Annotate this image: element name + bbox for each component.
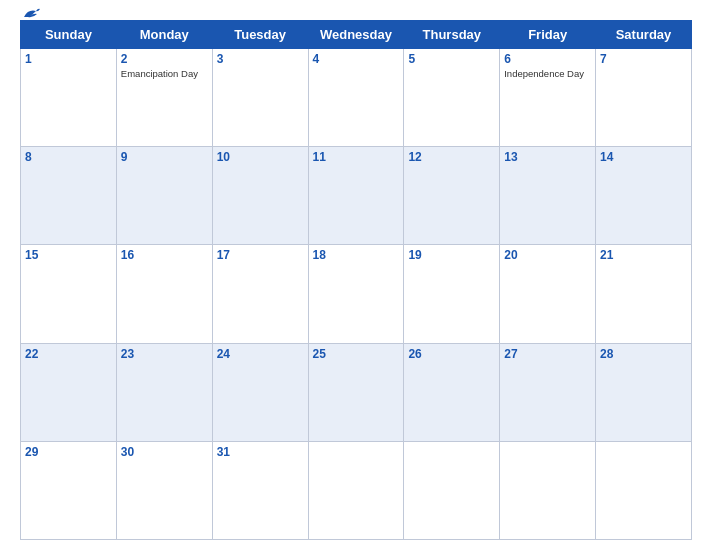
table-row: 4: [308, 49, 404, 147]
col-thursday: Thursday: [404, 21, 500, 49]
day-number: 8: [25, 150, 112, 164]
table-row: 11: [308, 147, 404, 245]
day-number: 5: [408, 52, 495, 66]
col-saturday: Saturday: [596, 21, 692, 49]
calendar-week-row: 22232425262728: [21, 343, 692, 441]
day-number: 26: [408, 347, 495, 361]
table-row: 30: [116, 441, 212, 539]
table-row: 2Emancipation Day: [116, 49, 212, 147]
table-row: 15: [21, 245, 117, 343]
day-number: 24: [217, 347, 304, 361]
table-row: 23: [116, 343, 212, 441]
table-row: 13: [500, 147, 596, 245]
table-row: 7: [596, 49, 692, 147]
day-number: 13: [504, 150, 591, 164]
table-row: [404, 441, 500, 539]
table-row: 28: [596, 343, 692, 441]
day-number: 23: [121, 347, 208, 361]
table-row: 12: [404, 147, 500, 245]
table-row: 5: [404, 49, 500, 147]
day-number: 15: [25, 248, 112, 262]
table-row: 1: [21, 49, 117, 147]
holiday-label: Emancipation Day: [121, 68, 208, 80]
table-row: 9: [116, 147, 212, 245]
day-number: 4: [313, 52, 400, 66]
calendar-week-row: 293031: [21, 441, 692, 539]
day-number: 17: [217, 248, 304, 262]
day-number: 25: [313, 347, 400, 361]
table-row: 22: [21, 343, 117, 441]
calendar-table: Sunday Monday Tuesday Wednesday Thursday…: [20, 20, 692, 540]
day-number: 30: [121, 445, 208, 459]
table-row: 14: [596, 147, 692, 245]
table-row: [596, 441, 692, 539]
day-number: 11: [313, 150, 400, 164]
calendar-week-row: 12Emancipation Day3456Independence Day7: [21, 49, 692, 147]
table-row: 24: [212, 343, 308, 441]
table-row: 27: [500, 343, 596, 441]
table-row: [500, 441, 596, 539]
table-row: 18: [308, 245, 404, 343]
day-number: 20: [504, 248, 591, 262]
day-number: 21: [600, 248, 687, 262]
day-number: 10: [217, 150, 304, 164]
table-row: 20: [500, 245, 596, 343]
day-number: 18: [313, 248, 400, 262]
table-row: 25: [308, 343, 404, 441]
day-number: 9: [121, 150, 208, 164]
table-row: 8: [21, 147, 117, 245]
calendar-week-row: 15161718192021: [21, 245, 692, 343]
logo: [20, 7, 40, 21]
day-number: 6: [504, 52, 591, 66]
logo-bird-icon: [22, 7, 40, 21]
table-row: 10: [212, 147, 308, 245]
col-tuesday: Tuesday: [212, 21, 308, 49]
table-row: 3: [212, 49, 308, 147]
day-number: 7: [600, 52, 687, 66]
table-row: 16: [116, 245, 212, 343]
day-number: 31: [217, 445, 304, 459]
holiday-label: Independence Day: [504, 68, 591, 80]
day-number: 2: [121, 52, 208, 66]
day-number: 16: [121, 248, 208, 262]
day-number: 28: [600, 347, 687, 361]
table-row: 31: [212, 441, 308, 539]
col-monday: Monday: [116, 21, 212, 49]
table-row: 6Independence Day: [500, 49, 596, 147]
table-row: 17: [212, 245, 308, 343]
table-row: [308, 441, 404, 539]
day-number: 14: [600, 150, 687, 164]
table-row: 19: [404, 245, 500, 343]
day-number: 1: [25, 52, 112, 66]
table-row: 21: [596, 245, 692, 343]
day-number: 29: [25, 445, 112, 459]
table-row: 26: [404, 343, 500, 441]
col-wednesday: Wednesday: [308, 21, 404, 49]
day-number: 19: [408, 248, 495, 262]
calendar-week-row: 891011121314: [21, 147, 692, 245]
day-number: 27: [504, 347, 591, 361]
col-friday: Friday: [500, 21, 596, 49]
day-number: 22: [25, 347, 112, 361]
day-number: 3: [217, 52, 304, 66]
table-row: 29: [21, 441, 117, 539]
col-sunday: Sunday: [21, 21, 117, 49]
days-of-week-row: Sunday Monday Tuesday Wednesday Thursday…: [21, 21, 692, 49]
day-number: 12: [408, 150, 495, 164]
